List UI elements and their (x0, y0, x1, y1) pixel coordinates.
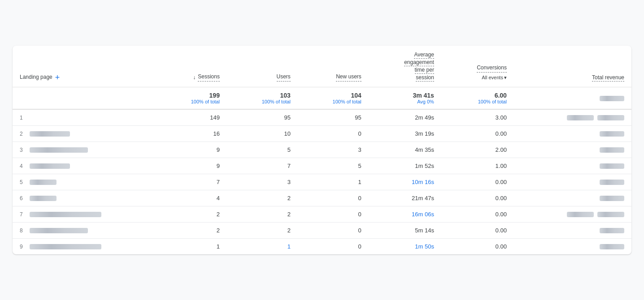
blurred-page-3 (30, 147, 88, 153)
new-users-cell-2: 0 (298, 125, 369, 141)
engagement-cell-6: 21m 47s (369, 190, 441, 206)
totals-row: 199 100% of total 103 100% of total 104 … (13, 87, 631, 109)
blurred-revenue-8 (600, 228, 624, 233)
table-row: 1 149 95 95 2m 49s 3.00 (13, 109, 631, 126)
sessions-cell-9: 1 (156, 238, 227, 254)
landing-page-cell-4: 4 (13, 158, 156, 174)
users-cell-7: 2 (227, 206, 298, 222)
users-cell-2: 10 (227, 125, 298, 141)
sessions-cell-3: 9 (156, 141, 227, 158)
landing-page-cell-8: 8 (13, 222, 156, 238)
all-events-dropdown-icon[interactable]: ▾ (504, 74, 507, 81)
landing-page-cell-2: 2 (13, 125, 156, 141)
new-users-cell-9: 0 (298, 238, 369, 254)
engagement-cell-5: 10m 16s (369, 174, 441, 190)
conversions-cell-7: 0.00 (441, 206, 514, 222)
blurred-revenue-6 (600, 196, 624, 201)
column-header-sessions[interactable]: ↓ Sessions (156, 46, 227, 87)
sessions-cell-6: 4 (156, 190, 227, 206)
blurred-revenue-1b (597, 115, 624, 120)
engagement-cell-3: 4m 35s (369, 141, 441, 158)
engagement-cell-7: 16m 06s (369, 206, 441, 222)
column-header-avg-engagement[interactable]: Average engagement time per session (369, 46, 441, 87)
conversions-cell-5: 0.00 (441, 174, 514, 190)
landing-page-cell-3: 3 (13, 141, 156, 158)
users-cell-9[interactable]: 1 (227, 238, 298, 254)
users-cell-4: 7 (227, 158, 298, 174)
blurred-page-7 (30, 212, 101, 217)
totals-avg-engagement-cell: 3m 41s Avg 0% (369, 87, 441, 109)
blurred-revenue-3 (600, 147, 624, 153)
revenue-cell-1 (514, 109, 631, 126)
blurred-revenue-5 (600, 180, 624, 185)
revenue-cell-7 (514, 206, 631, 222)
column-header-landing-page: Landing page + (13, 46, 156, 87)
conversions-cell-6: 0.00 (441, 190, 514, 206)
users-cell-6: 2 (227, 190, 298, 206)
blurred-revenue-7b (597, 212, 624, 217)
table-row: 2 16 10 0 3m 19s 0.00 (13, 125, 631, 141)
sessions-cell-5: 7 (156, 174, 227, 190)
revenue-cell-2 (514, 125, 631, 141)
conversions-cell-1: 3.00 (441, 109, 514, 126)
totals-conversions-cell: 6.00 100% of total (441, 87, 514, 109)
blurred-revenue-7a (567, 212, 594, 217)
conversions-cell-8: 0.00 (441, 222, 514, 238)
landing-page-cell-1: 1 (13, 109, 156, 126)
landing-page-cell-6: 6 (13, 190, 156, 206)
column-header-total-revenue[interactable]: Total revenue (514, 46, 631, 87)
engagement-cell-1: 2m 49s (369, 109, 441, 126)
blurred-page-2 (30, 131, 70, 137)
conversions-cell-4: 1.00 (441, 158, 514, 174)
table-row: 6 4 2 0 21m 47s 0.00 (13, 190, 631, 206)
landing-page-label: Landing page (20, 73, 52, 81)
table-row: 9 1 1 0 1m 50s 0.00 (13, 238, 631, 254)
engagement-cell-4: 1m 52s (369, 158, 441, 174)
blurred-page-4 (30, 163, 70, 169)
column-header-users[interactable]: Users (227, 46, 298, 87)
blurred-page-5 (30, 180, 57, 185)
table-row: 3 9 5 3 4m 35s 2.00 (13, 141, 631, 158)
new-users-cell-6: 0 (298, 190, 369, 206)
table-row: 5 7 3 1 10m 16s 0.00 (13, 174, 631, 190)
totals-users-cell: 103 100% of total (227, 87, 298, 109)
sessions-cell-8: 2 (156, 222, 227, 238)
blurred-page-6 (30, 196, 57, 201)
all-events-label: All events (482, 74, 503, 81)
analytics-table: Landing page + ↓ Sessions Users New user… (13, 46, 631, 254)
blurred-revenue-2 (600, 131, 624, 137)
add-dimension-button[interactable]: + (55, 73, 60, 81)
table-row: 7 2 2 0 16m 06s 0.00 (13, 206, 631, 222)
engagement-cell-8: 5m 14s (369, 222, 441, 238)
new-users-cell-4: 5 (298, 158, 369, 174)
table-row: 4 9 7 5 1m 52s 1.00 (13, 158, 631, 174)
sessions-cell-2: 16 (156, 125, 227, 141)
revenue-cell-4 (514, 158, 631, 174)
blurred-page-9 (30, 244, 101, 249)
sessions-cell-1: 149 (156, 109, 227, 126)
table-row: 8 2 2 0 5m 14s 0.00 (13, 222, 631, 238)
new-users-cell-3: 3 (298, 141, 369, 158)
blurred-page-8 (30, 228, 88, 233)
landing-page-cell-9: 9 (13, 238, 156, 254)
blurred-revenue-1 (567, 115, 594, 120)
new-users-cell-7: 0 (298, 206, 369, 222)
new-users-cell-1: 95 (298, 109, 369, 126)
new-users-cell-5: 1 (298, 174, 369, 190)
sessions-cell-4: 9 (156, 158, 227, 174)
conversions-cell-9: 0.00 (441, 238, 514, 254)
blurred-revenue-total (600, 96, 624, 101)
sessions-cell-7: 2 (156, 206, 227, 222)
revenue-cell-6 (514, 190, 631, 206)
column-header-conversions[interactable]: Conversions All events ▾ (441, 46, 514, 87)
landing-page-cell-7: 7 (13, 206, 156, 222)
landing-page-cell-5: 5 (13, 174, 156, 190)
totals-revenue-cell (514, 87, 631, 109)
revenue-cell-3 (514, 141, 631, 158)
revenue-cell-9 (514, 238, 631, 254)
users-cell-1: 95 (227, 109, 298, 126)
users-cell-3: 5 (227, 141, 298, 158)
blurred-revenue-4 (600, 163, 624, 169)
totals-landing-cell (13, 87, 156, 109)
column-header-new-users[interactable]: New users (298, 46, 369, 87)
